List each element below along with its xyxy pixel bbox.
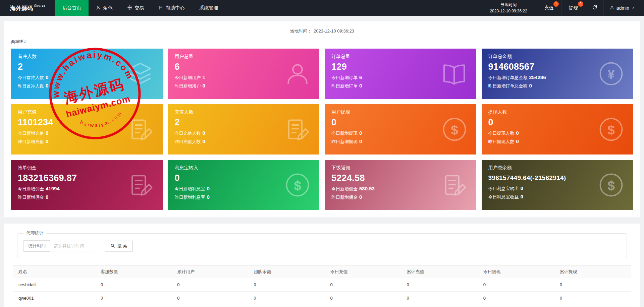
dollar-circle-icon: $	[598, 172, 624, 198]
cell: 0	[95, 305, 172, 307]
label: 今日新增充值	[18, 131, 44, 136]
card-title: 下级返佣	[331, 165, 470, 171]
local-time-value: 2023-12-10 09:36:22	[490, 8, 527, 14]
label: 今日充值人数	[175, 131, 201, 136]
cell: 0	[325, 292, 401, 305]
doc-pencil-icon	[128, 172, 154, 198]
agent-filter-row: 统计时间 搜 索	[23, 240, 621, 252]
nav-item-dashboard[interactable]: 后台首页	[55, 0, 89, 16]
card-title: 用户充值	[18, 109, 156, 115]
local-time-block: 当地时间 2023-12-10 09:36:22	[480, 0, 536, 16]
stat-cards-grid: 首冲人数 2 今日首冲人数0 昨日首冲人数0 用户总量 6 今日新增用户1 昨日…	[11, 49, 633, 210]
nav-item-trade[interactable]: 交易	[120, 0, 151, 16]
stat-card-interest-transfer-in: 利息宝转入 0 今日新增利息宝0 昨日新增利息宝0 $	[168, 160, 320, 210]
stat-time-input[interactable]	[50, 241, 100, 251]
value: 0	[516, 138, 519, 144]
card-title: 利息宝转入	[175, 165, 313, 171]
nav-item-help-center[interactable]: 帮助中心	[151, 0, 192, 16]
svg-text:$: $	[607, 178, 615, 193]
value: 0	[203, 130, 205, 136]
value: 0	[359, 194, 362, 200]
cell: 0	[95, 278, 172, 292]
cell: 0	[95, 292, 172, 305]
label: 昨日新增用户	[175, 83, 201, 88]
svg-text:$: $	[451, 123, 458, 137]
card-title: 用户总余额	[488, 165, 627, 171]
agent-table: 姓名 客服数量 累计用户 团队余额 今日充值 累计充值 今日提现 累计提现 ce…	[13, 265, 631, 307]
label: 昨日新增订单总金额	[488, 83, 528, 88]
card-title: 抢单佣金	[18, 165, 156, 171]
withdraw-notice-button[interactable]: 提现 0	[561, 0, 586, 16]
value: 1	[203, 74, 205, 80]
value: 0	[46, 138, 48, 144]
cell: 0	[401, 305, 478, 307]
stat-card-grab-commission: 抢单佣金 183216369.87 今日新增佣金41994 昨日新增佣金0	[11, 160, 163, 210]
card-title: 用户总量	[175, 54, 313, 60]
label: 今日新增订单	[331, 75, 358, 80]
doc-pencil-icon	[284, 116, 311, 142]
dollar-circle-icon: $	[598, 116, 624, 142]
refresh-icon	[592, 5, 597, 11]
label: 今日利息宝转出	[488, 186, 519, 191]
card-title: 提现人数	[488, 109, 627, 115]
cell-name: ceshidaili	[13, 278, 95, 292]
table-row: qwe001 0 0 0 0 0 0 0	[13, 292, 631, 305]
cell: 0	[478, 278, 554, 292]
search-button-label: 搜 索	[117, 243, 127, 249]
agent-stats-fieldset: 代理统计 统计时间 搜 索	[17, 230, 627, 258]
label: 今日新增订单总金额	[488, 75, 528, 80]
dollar-circle-icon: $	[441, 116, 468, 142]
agent-stats-panel: 代理统计 统计时间 搜 索 姓名 客服数量 累计用户 团队余额 今日充值 累计充…	[4, 224, 640, 307]
card-title: 充值人数	[175, 109, 313, 115]
cell-name: qwe001	[13, 292, 95, 305]
col-header-total-recharge: 累计充值	[401, 266, 478, 278]
card-title: 订单总金额	[488, 54, 627, 60]
flag-icon	[159, 5, 163, 11]
value: 0	[46, 130, 48, 136]
refresh-button[interactable]	[586, 0, 603, 16]
value: 0	[207, 186, 210, 191]
value: 0	[516, 130, 519, 136]
nav-label: 帮助中心	[166, 5, 184, 11]
value: 0	[359, 83, 362, 88]
label: 昨日充值人数	[175, 139, 201, 144]
col-header-name: 姓名	[13, 266, 95, 278]
search-button[interactable]: 搜 索	[105, 241, 133, 251]
recharge-count-badge: 1	[553, 1, 559, 7]
nav-label: 系统管理	[199, 5, 218, 11]
cell: 0	[325, 305, 401, 307]
label: 今日首冲人数	[18, 75, 44, 80]
cell: 0	[554, 278, 631, 292]
stat-card-order-total-amount: 订单总金额 914608567 今日新增订单总金额254286 昨日新增订单总金…	[482, 49, 633, 99]
local-time-label: 当地时间	[500, 2, 517, 8]
stat-card-first-recharge-users: 首冲人数 2 今日首冲人数0 昨日首冲人数0	[11, 49, 163, 99]
stat-time-label: 统计时间	[23, 240, 50, 252]
cell: 0	[248, 292, 325, 305]
col-header-total-users: 累计用户	[172, 266, 248, 278]
brand-logo[interactable]: 海外源码 @cv718	[0, 0, 55, 16]
label: 昨日首冲人数	[18, 83, 44, 88]
value: 6	[359, 74, 362, 80]
label: 今日提现人数	[488, 131, 515, 136]
withdraw-count-badge: 0	[578, 1, 583, 7]
admin-menu[interactable]: admin	[603, 0, 644, 16]
cell: 0	[478, 305, 554, 307]
value: 0	[521, 185, 523, 191]
stat-card-user-withdraw: 用户提现 0 今日新增提现0 昨日新增提现0 $	[325, 104, 476, 155]
label: 今日新增用户	[175, 75, 201, 80]
stats-panel: 当地时间：2023-12-10 09:36:23 商城统计 首冲人数 2 今日首…	[4, 21, 640, 218]
chevron-up-icon	[632, 5, 635, 11]
value: 0	[203, 83, 205, 88]
nav-label: 后台首页	[62, 5, 81, 11]
value: 0	[203, 138, 205, 144]
nav-item-system[interactable]: 系统管理	[192, 0, 225, 16]
label: 昨日新增佣金	[18, 195, 44, 200]
panel-local-time: 当地时间：2023-12-10 09:36:23	[4, 21, 640, 38]
card-title: 用户提现	[331, 109, 470, 115]
recharge-notice-button[interactable]: 充值 1	[537, 0, 561, 16]
cell: 0	[401, 278, 478, 292]
table-row: ceshidaili 0 0 0 0 0 0 0	[13, 278, 631, 292]
nav-item-roles[interactable]: 角色	[89, 0, 120, 16]
doc-pencil-icon	[128, 116, 154, 142]
value: 580.53	[359, 186, 375, 191]
